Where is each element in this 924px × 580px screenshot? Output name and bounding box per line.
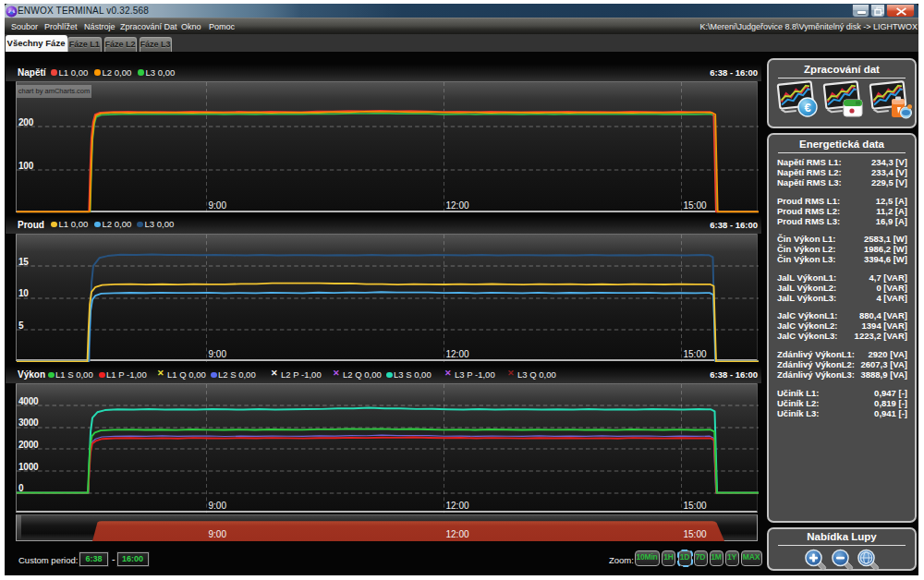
svg-text:€: € — [804, 101, 810, 115]
